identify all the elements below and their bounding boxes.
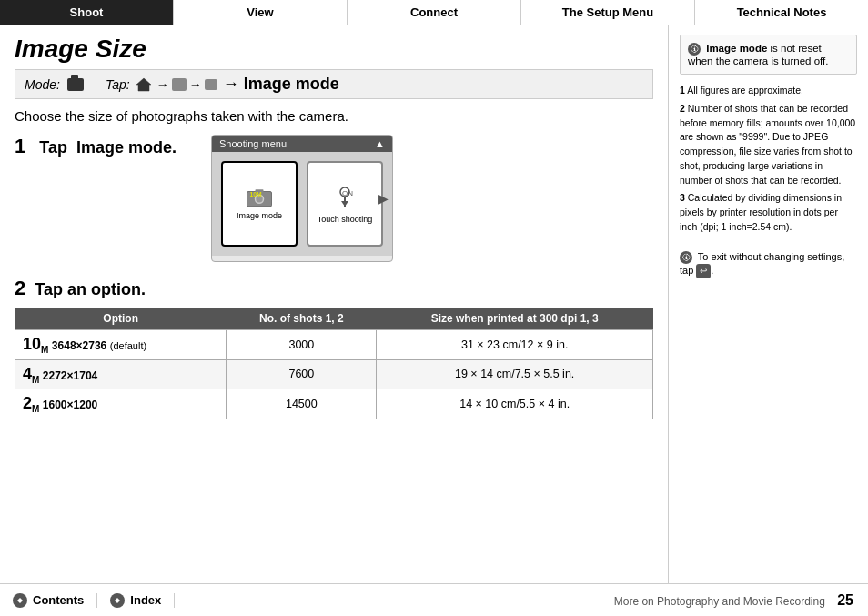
contents-icon — [13, 593, 27, 608]
col-shots: No. of shots 1, 2 — [227, 308, 377, 330]
page-description: Choose the size of photographs taken wit… — [15, 108, 653, 124]
step-1-container: 1 Tap Image mode. Shooting menu ▲ — [15, 135, 653, 262]
main-layout: Image Size Mode: Tap: → → → Image mode C… — [0, 25, 868, 583]
nav-tab-technical-notes[interactable]: Technical Notes — [695, 0, 868, 25]
note-icon-1: 🛈 — [688, 43, 701, 56]
image-mode-nav-text: → Image mode — [223, 75, 339, 94]
step-2-heading: 2 Tap an option. — [15, 277, 653, 300]
menu-scroll-arrow: ▶ — [378, 191, 389, 206]
tip-icon: 🛈 — [680, 251, 692, 264]
arrow-1: → — [156, 77, 169, 92]
svg-text:ON: ON — [342, 189, 353, 197]
footer-text-area: More on Photography and Movie Recording … — [273, 592, 868, 609]
step-1-text: 1 Tap Image mode. — [15, 135, 197, 162]
touch-shooting-icon: ON — [332, 185, 358, 215]
10m-icon: 10M — [246, 187, 273, 209]
touch-shooting-menu-item: ON Touch shooting — [307, 161, 383, 247]
page-title: Image Size — [15, 35, 653, 64]
footnote-2: 2 Number of shots that can be recorded b… — [680, 102, 857, 188]
nav-tab-shoot[interactable]: Shoot — [0, 0, 174, 25]
svg-marker-0 — [136, 78, 151, 91]
print-size-cell: 31 × 23 cm/12 × 9 in. — [377, 330, 653, 360]
step-2-container: 2 Tap an option. Option No. of shots 1, … — [15, 277, 653, 419]
index-icon — [110, 593, 125, 608]
footnote-1: 1 All figures are approximate. — [680, 84, 857, 98]
arrow-2: → — [189, 77, 202, 92]
back-button-icon: ↩ — [696, 264, 711, 278]
option-cell: 4M 2272×1704 — [15, 359, 227, 389]
col-option: Option — [15, 308, 227, 330]
menu-box-1 — [172, 78, 187, 91]
tap-label: Tap: — [106, 77, 130, 92]
col-size: Size when printed at 300 dpi 1, 3 — [377, 308, 653, 330]
bottom-nav-left: Contents Index — [0, 593, 273, 608]
contents-button[interactable]: Contents — [0, 593, 97, 608]
nav-tab-view[interactable]: View — [174, 0, 348, 25]
shooting-menu-preview: Shooting menu ▲ 10M — [211, 135, 393, 262]
top-navigation: Shoot View Connect The Setup Menu Techni… — [0, 0, 868, 25]
svg-marker-10 — [115, 601, 120, 603]
svg-text:10M: 10M — [250, 191, 263, 197]
nav-tab-setup-menu[interactable]: The Setup Menu — [521, 0, 695, 25]
shooting-menu-content: 10M Image mode ON — [212, 152, 392, 256]
print-size-cell: 14 × 10 cm/5.5 × 4 in. — [377, 389, 653, 419]
option-cell: 2M 1600×1200 — [15, 389, 227, 419]
option-cell: 10M 3648×2736 (default) — [15, 330, 227, 360]
index-button[interactable]: Index — [97, 593, 175, 608]
svg-marker-11 — [115, 598, 120, 601]
image-mode-note-box: 🛈 Image mode is not reset when the camer… — [680, 35, 857, 75]
nav-tab-connect[interactable]: Connect — [348, 0, 521, 25]
bottom-nav: Contents Index More on Photography and M… — [0, 583, 868, 616]
content-area: Image Size Mode: Tap: → → → Image mode C… — [0, 25, 668, 583]
shots-cell: 3000 — [227, 330, 377, 360]
mode-bar: Mode: Tap: → → → Image mode — [15, 69, 653, 99]
table-row: 2M 1600×12001450014 × 10 cm/5.5 × 4 in. — [15, 389, 653, 419]
camera-icon — [67, 78, 84, 91]
table-row: 10M 3648×2736 (default)300031 × 23 cm/12… — [15, 330, 653, 360]
shots-cell: 7600 — [227, 359, 377, 389]
shooting-menu-title-bar: Shooting menu ▲ — [212, 136, 392, 152]
svg-marker-8 — [17, 601, 23, 603]
footnote-3: 3 Calculated by dividing dimensions in p… — [680, 191, 857, 234]
right-sidebar: 🛈 Image mode is not reset when the camer… — [668, 25, 868, 583]
svg-marker-9 — [17, 598, 23, 601]
tip-box: 🛈 To exit without changing settings, tap… — [680, 251, 857, 278]
shots-cell: 14500 — [227, 389, 377, 419]
footnotes: 1 All figures are approximate. 2 Number … — [680, 84, 857, 238]
menu-box-2 — [205, 79, 217, 90]
print-size-cell: 19 × 14 cm/7.5 × 5.5 in. — [377, 359, 653, 389]
image-mode-menu-item: 10M Image mode — [221, 161, 298, 247]
home-icon — [136, 77, 152, 92]
table-row: 4M 2272×1704760019 × 14 cm/7.5 × 5.5 in. — [15, 359, 653, 389]
step-1-heading: 1 Tap Image mode. — [15, 135, 197, 158]
options-table: Option No. of shots 1, 2 Size when print… — [15, 308, 653, 419]
page-number: 25 — [837, 592, 853, 608]
mode-label: Mode: — [25, 77, 60, 92]
